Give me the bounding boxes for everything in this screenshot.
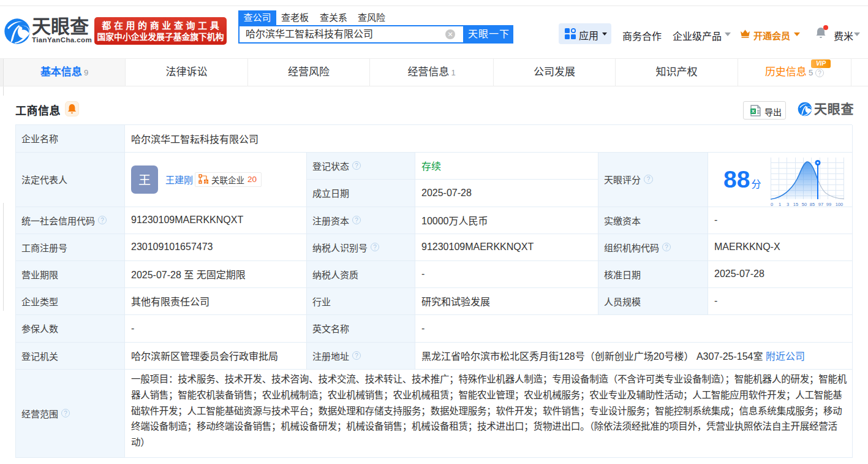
svg-text:企: 企: [205, 180, 208, 184]
svg-text:99: 99: [826, 202, 831, 207]
svg-text:X: X: [752, 108, 755, 114]
svg-text:50: 50: [802, 202, 807, 207]
svg-text:85: 85: [810, 202, 815, 207]
svg-text:0: 0: [771, 202, 773, 207]
svg-text:15: 15: [793, 202, 798, 207]
svg-text:1: 1: [779, 202, 781, 207]
svg-text:97: 97: [818, 202, 823, 207]
svg-text:100: 100: [836, 202, 843, 207]
svg-text:3: 3: [787, 202, 789, 207]
